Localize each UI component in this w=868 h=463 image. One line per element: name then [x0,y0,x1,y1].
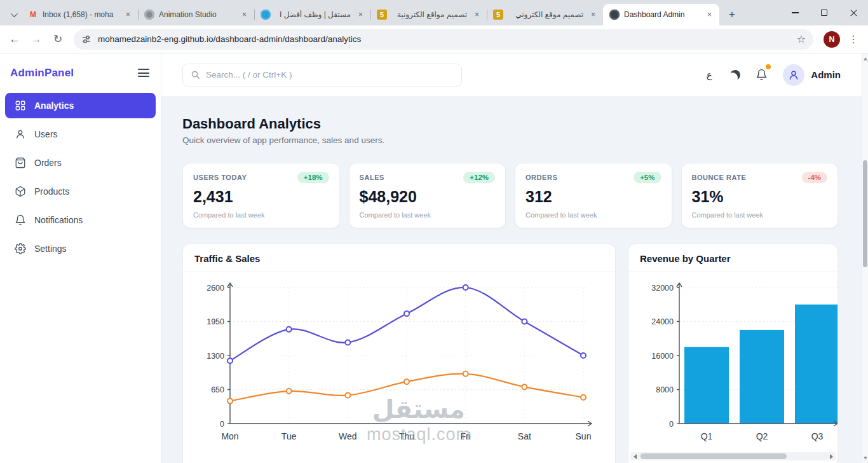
chart-body: 08000160002400032000Q1Q2Q3 [628,272,837,452]
sidebar-item-analytics[interactable]: Analytics [5,93,156,118]
page-body: AdminPanel Analytics Users [0,53,868,463]
minimize-button[interactable] [780,0,810,25]
tab-close-icon[interactable]: × [123,10,133,20]
svg-text:1300: 1300 [207,352,224,361]
stat-note: Compared to last week [526,211,661,219]
browser-menu-icon[interactable]: ⋮ [845,33,862,45]
tab-title: تصميم موقع الكتروني [508,10,583,19]
svg-text:Tue: Tue [281,431,297,441]
svg-text:Mon: Mon [221,431,238,441]
browser-profile-avatar[interactable]: N [824,31,840,48]
new-tab-button[interactable]: + [723,6,741,24]
scroll-down-icon[interactable] [862,454,868,462]
topbar: ع Admin [161,53,862,97]
svg-text:1950: 1950 [207,317,224,326]
page-subtitle: Quick overview of app performance, sales… [182,135,838,145]
stat-label: ORDERS [526,174,557,181]
sidebar-item-label: Users [34,129,58,139]
maximize-button[interactable] [810,0,839,25]
tab-close-icon[interactable]: × [704,10,715,20]
tab-khamsat-2[interactable]: 5 تصميم موقع الكتروني × [487,4,603,25]
dark-mode-button[interactable] [724,64,746,86]
language-toggle-button[interactable]: ع [698,64,720,86]
svg-text:2600: 2600 [207,284,224,293]
stat-label: SALES [360,174,384,181]
tab-dashboard-admin[interactable]: Dashboard Admin × [603,4,719,25]
tab-close-icon[interactable]: × [239,10,250,20]
tab-close-icon[interactable]: × [355,10,366,20]
grid-icon [15,100,26,111]
search-input[interactable] [206,70,454,79]
svg-text:8000: 8000 [656,385,674,394]
topbar-actions: ع Admin [698,64,841,86]
chevron-down-icon [11,10,18,17]
moon-icon [729,69,742,81]
tab-close-icon[interactable]: × [588,10,599,20]
stat-value: 312 [526,188,661,206]
sidebar-item-orders[interactable]: Orders [5,150,156,176]
notifications-button[interactable] [750,64,772,86]
sidebar-item-label: Notifications [34,215,83,225]
window-controls [780,0,868,25]
user-icon [15,128,26,140]
svg-text:16000: 16000 [651,352,674,361]
scrollbar-thumb[interactable] [863,160,867,267]
sidebar-item-settings[interactable]: Settings [5,236,156,261]
tab-khamsat-1[interactable]: 5 تصميم مواقع الكترونية × [370,4,487,25]
sidebar-item-products[interactable]: Products [5,179,156,204]
horizontal-scrollbar[interactable] [630,452,836,460]
back-button[interactable]: ← [4,29,25,50]
user-menu[interactable]: Admin [783,64,841,86]
svg-text:Sat: Sat [518,431,531,441]
address-bar[interactable]: mohamedzainb2-eng.github.io/dashboard-ad… [74,29,813,50]
tab-title: Dashboard Admin [624,10,700,19]
stats-row: USERS TODAY+18% 2,431 Compared to last w… [182,163,838,228]
tab-mostaql[interactable]: مستقل | وظف أفضل ا × [254,4,370,25]
forward-button[interactable]: → [25,29,47,50]
scroll-up-icon[interactable] [862,55,868,62]
scrollbar-track[interactable] [639,452,827,460]
stat-value: 2,431 [193,188,329,206]
sidebar-item-label: Products [34,186,69,197]
search-box[interactable] [182,64,462,86]
stat-note: Compared to last week [193,211,329,219]
stat-note: Compared to last week [692,211,828,219]
tab-title: Inbox (1,658) - moha [43,10,118,19]
tab-animation-studio[interactable]: Animation Studio × [138,4,254,25]
site-settings-icon[interactable] [81,34,92,45]
bookmark-star-icon[interactable]: ☆ [797,33,806,45]
scrollbar-thumb[interactable] [641,453,787,459]
chart-title: Traffic & Sales [183,244,615,272]
revenue-bar-chart: 08000160002400032000Q1Q2Q3 [639,279,838,452]
khamsat-icon: 5 [493,10,503,20]
svg-text:Thu: Thu [399,431,414,441]
close-window-button[interactable] [839,0,868,25]
scroll-left-icon[interactable] [630,452,639,460]
gmail-icon: M [28,10,38,20]
user-avatar [783,64,804,86]
dashboard-icon [609,10,620,20]
scroll-right-icon[interactable] [827,452,836,460]
sidebar-item-users[interactable]: Users [5,121,156,147]
svg-text:Wed: Wed [339,431,357,441]
chart-title: Revenue by Quarter [628,244,837,272]
stat-value: 31% [692,188,828,206]
stat-value: $48,920 [360,188,496,206]
gear-icon [15,243,26,254]
search-icon [191,70,200,79]
hamburger-menu-icon[interactable] [138,66,149,79]
tab-gmail[interactable]: M Inbox (1,658) - moha × [22,4,138,25]
vertical-scrollbar[interactable] [862,53,868,463]
revenue-chart-card: Revenue by Quarter 08000160002400032000Q… [628,244,838,463]
charts-row: Traffic & Sales 0650130019502600MonTueWe… [182,244,838,463]
tab-strip: M Inbox (1,658) - moha × Animation Studi… [0,0,868,25]
tab-search-button[interactable] [5,4,22,25]
svg-text:Q2: Q2 [756,431,768,441]
sidebar-item-notifications[interactable]: Notifications [5,207,156,233]
svg-text:Sun: Sun [576,431,592,441]
svg-text:32000: 32000 [651,284,674,293]
status-badge: -4% [802,172,827,183]
user-name: Admin [811,69,841,80]
refresh-button[interactable]: ↻ [47,29,69,50]
tab-close-icon[interactable]: × [471,10,482,20]
